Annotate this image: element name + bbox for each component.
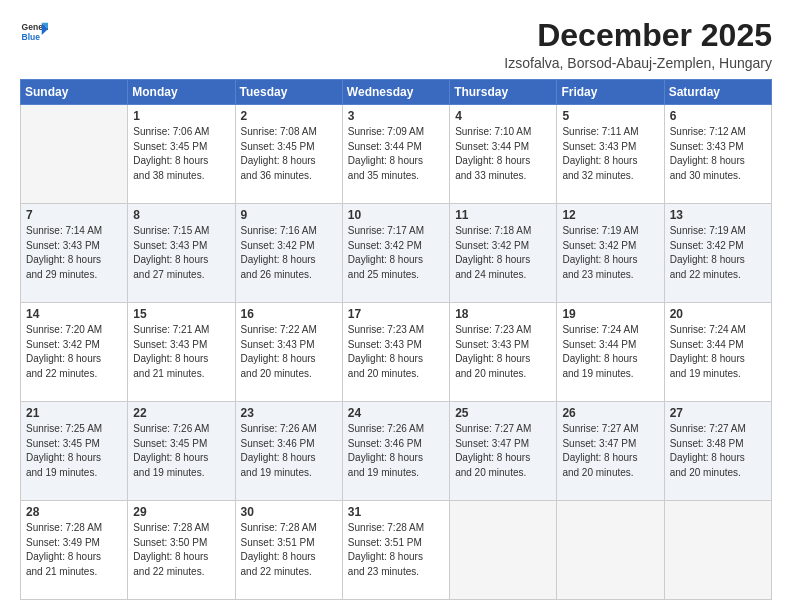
- week-row-2: 7Sunrise: 7:14 AM Sunset: 3:43 PM Daylig…: [21, 204, 772, 303]
- day-number: 6: [670, 109, 766, 123]
- calendar-cell: 30Sunrise: 7:28 AM Sunset: 3:51 PM Dayli…: [235, 501, 342, 600]
- calendar-table: Sunday Monday Tuesday Wednesday Thursday…: [20, 79, 772, 600]
- day-info: Sunrise: 7:14 AM Sunset: 3:43 PM Dayligh…: [26, 224, 122, 282]
- calendar-cell: 26Sunrise: 7:27 AM Sunset: 3:47 PM Dayli…: [557, 402, 664, 501]
- calendar-cell: 2Sunrise: 7:08 AM Sunset: 3:45 PM Daylig…: [235, 105, 342, 204]
- calendar-cell: 19Sunrise: 7:24 AM Sunset: 3:44 PM Dayli…: [557, 303, 664, 402]
- day-info: Sunrise: 7:08 AM Sunset: 3:45 PM Dayligh…: [241, 125, 337, 183]
- svg-text:Blue: Blue: [22, 32, 41, 42]
- calendar-cell: 25Sunrise: 7:27 AM Sunset: 3:47 PM Dayli…: [450, 402, 557, 501]
- calendar-cell: 16Sunrise: 7:22 AM Sunset: 3:43 PM Dayli…: [235, 303, 342, 402]
- day-info: Sunrise: 7:27 AM Sunset: 3:47 PM Dayligh…: [455, 422, 551, 480]
- header-monday: Monday: [128, 80, 235, 105]
- day-info: Sunrise: 7:25 AM Sunset: 3:45 PM Dayligh…: [26, 422, 122, 480]
- calendar-cell: 31Sunrise: 7:28 AM Sunset: 3:51 PM Dayli…: [342, 501, 449, 600]
- header-friday: Friday: [557, 80, 664, 105]
- week-row-1: 1Sunrise: 7:06 AM Sunset: 3:45 PM Daylig…: [21, 105, 772, 204]
- calendar-cell: 14Sunrise: 7:20 AM Sunset: 3:42 PM Dayli…: [21, 303, 128, 402]
- calendar-cell: 15Sunrise: 7:21 AM Sunset: 3:43 PM Dayli…: [128, 303, 235, 402]
- day-info: Sunrise: 7:23 AM Sunset: 3:43 PM Dayligh…: [455, 323, 551, 381]
- calendar-cell: 6Sunrise: 7:12 AM Sunset: 3:43 PM Daylig…: [664, 105, 771, 204]
- day-number: 22: [133, 406, 229, 420]
- day-info: Sunrise: 7:28 AM Sunset: 3:50 PM Dayligh…: [133, 521, 229, 579]
- logo-icon: General Blue: [20, 18, 48, 46]
- calendar-cell: 13Sunrise: 7:19 AM Sunset: 3:42 PM Dayli…: [664, 204, 771, 303]
- day-info: Sunrise: 7:18 AM Sunset: 3:42 PM Dayligh…: [455, 224, 551, 282]
- logo: General Blue: [20, 18, 48, 46]
- header-sunday: Sunday: [21, 80, 128, 105]
- day-info: Sunrise: 7:15 AM Sunset: 3:43 PM Dayligh…: [133, 224, 229, 282]
- page: General Blue December 2025 Izsofalva, Bo…: [0, 0, 792, 612]
- title-block: December 2025 Izsofalva, Borsod-Abauj-Ze…: [504, 18, 772, 71]
- day-number: 28: [26, 505, 122, 519]
- day-info: Sunrise: 7:24 AM Sunset: 3:44 PM Dayligh…: [670, 323, 766, 381]
- calendar-cell: 5Sunrise: 7:11 AM Sunset: 3:43 PM Daylig…: [557, 105, 664, 204]
- day-number: 21: [26, 406, 122, 420]
- day-number: 10: [348, 208, 444, 222]
- day-number: 3: [348, 109, 444, 123]
- calendar-cell: 23Sunrise: 7:26 AM Sunset: 3:46 PM Dayli…: [235, 402, 342, 501]
- day-number: 13: [670, 208, 766, 222]
- day-number: 24: [348, 406, 444, 420]
- day-info: Sunrise: 7:16 AM Sunset: 3:42 PM Dayligh…: [241, 224, 337, 282]
- day-info: Sunrise: 7:11 AM Sunset: 3:43 PM Dayligh…: [562, 125, 658, 183]
- subtitle: Izsofalva, Borsod-Abauj-Zemplen, Hungary: [504, 55, 772, 71]
- day-info: Sunrise: 7:09 AM Sunset: 3:44 PM Dayligh…: [348, 125, 444, 183]
- day-info: Sunrise: 7:06 AM Sunset: 3:45 PM Dayligh…: [133, 125, 229, 183]
- day-number: 30: [241, 505, 337, 519]
- day-number: 4: [455, 109, 551, 123]
- calendar-cell: 22Sunrise: 7:26 AM Sunset: 3:45 PM Dayli…: [128, 402, 235, 501]
- week-row-5: 28Sunrise: 7:28 AM Sunset: 3:49 PM Dayli…: [21, 501, 772, 600]
- day-number: 7: [26, 208, 122, 222]
- header-wednesday: Wednesday: [342, 80, 449, 105]
- calendar-cell: 11Sunrise: 7:18 AM Sunset: 3:42 PM Dayli…: [450, 204, 557, 303]
- calendar-cell: 21Sunrise: 7:25 AM Sunset: 3:45 PM Dayli…: [21, 402, 128, 501]
- week-row-4: 21Sunrise: 7:25 AM Sunset: 3:45 PM Dayli…: [21, 402, 772, 501]
- day-info: Sunrise: 7:28 AM Sunset: 3:51 PM Dayligh…: [348, 521, 444, 579]
- day-number: 12: [562, 208, 658, 222]
- day-info: Sunrise: 7:27 AM Sunset: 3:48 PM Dayligh…: [670, 422, 766, 480]
- calendar-cell: 10Sunrise: 7:17 AM Sunset: 3:42 PM Dayli…: [342, 204, 449, 303]
- calendar-cell: 20Sunrise: 7:24 AM Sunset: 3:44 PM Dayli…: [664, 303, 771, 402]
- calendar-cell: 29Sunrise: 7:28 AM Sunset: 3:50 PM Dayli…: [128, 501, 235, 600]
- day-number: 17: [348, 307, 444, 321]
- calendar-cell: 4Sunrise: 7:10 AM Sunset: 3:44 PM Daylig…: [450, 105, 557, 204]
- calendar-cell: 24Sunrise: 7:26 AM Sunset: 3:46 PM Dayli…: [342, 402, 449, 501]
- day-number: 9: [241, 208, 337, 222]
- calendar-cell: [664, 501, 771, 600]
- day-info: Sunrise: 7:19 AM Sunset: 3:42 PM Dayligh…: [670, 224, 766, 282]
- main-title: December 2025: [504, 18, 772, 53]
- day-number: 2: [241, 109, 337, 123]
- header: General Blue December 2025 Izsofalva, Bo…: [20, 18, 772, 71]
- day-number: 29: [133, 505, 229, 519]
- day-info: Sunrise: 7:20 AM Sunset: 3:42 PM Dayligh…: [26, 323, 122, 381]
- day-number: 31: [348, 505, 444, 519]
- day-number: 19: [562, 307, 658, 321]
- calendar-cell: 3Sunrise: 7:09 AM Sunset: 3:44 PM Daylig…: [342, 105, 449, 204]
- calendar-cell: 9Sunrise: 7:16 AM Sunset: 3:42 PM Daylig…: [235, 204, 342, 303]
- day-info: Sunrise: 7:22 AM Sunset: 3:43 PM Dayligh…: [241, 323, 337, 381]
- day-info: Sunrise: 7:26 AM Sunset: 3:46 PM Dayligh…: [241, 422, 337, 480]
- calendar-cell: 1Sunrise: 7:06 AM Sunset: 3:45 PM Daylig…: [128, 105, 235, 204]
- day-info: Sunrise: 7:21 AM Sunset: 3:43 PM Dayligh…: [133, 323, 229, 381]
- week-row-3: 14Sunrise: 7:20 AM Sunset: 3:42 PM Dayli…: [21, 303, 772, 402]
- weekday-header-row: Sunday Monday Tuesday Wednesday Thursday…: [21, 80, 772, 105]
- day-info: Sunrise: 7:12 AM Sunset: 3:43 PM Dayligh…: [670, 125, 766, 183]
- calendar-cell: 12Sunrise: 7:19 AM Sunset: 3:42 PM Dayli…: [557, 204, 664, 303]
- calendar-cell: [557, 501, 664, 600]
- day-number: 1: [133, 109, 229, 123]
- day-number: 11: [455, 208, 551, 222]
- day-number: 20: [670, 307, 766, 321]
- day-info: Sunrise: 7:28 AM Sunset: 3:49 PM Dayligh…: [26, 521, 122, 579]
- day-number: 14: [26, 307, 122, 321]
- calendar-cell: 17Sunrise: 7:23 AM Sunset: 3:43 PM Dayli…: [342, 303, 449, 402]
- day-info: Sunrise: 7:10 AM Sunset: 3:44 PM Dayligh…: [455, 125, 551, 183]
- header-saturday: Saturday: [664, 80, 771, 105]
- day-number: 15: [133, 307, 229, 321]
- day-number: 26: [562, 406, 658, 420]
- day-number: 27: [670, 406, 766, 420]
- day-info: Sunrise: 7:24 AM Sunset: 3:44 PM Dayligh…: [562, 323, 658, 381]
- day-info: Sunrise: 7:23 AM Sunset: 3:43 PM Dayligh…: [348, 323, 444, 381]
- day-info: Sunrise: 7:26 AM Sunset: 3:45 PM Dayligh…: [133, 422, 229, 480]
- calendar-cell: 7Sunrise: 7:14 AM Sunset: 3:43 PM Daylig…: [21, 204, 128, 303]
